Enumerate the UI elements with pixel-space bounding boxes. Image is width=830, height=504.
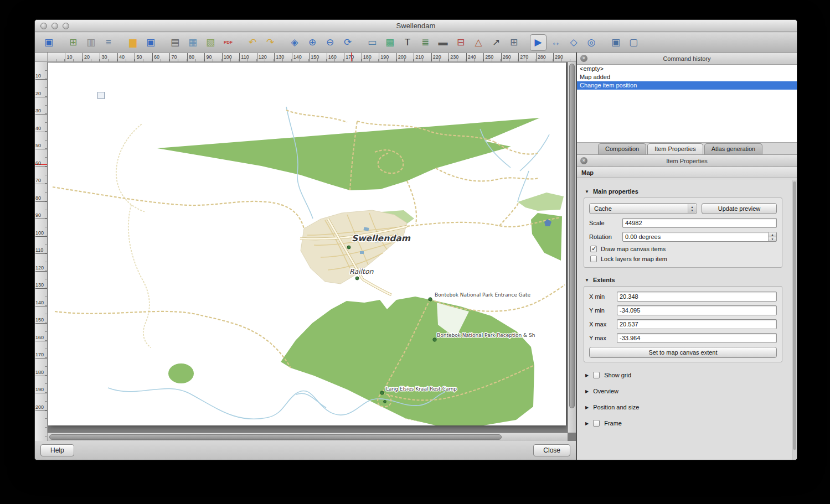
zoom-full-button[interactable]: ◈ <box>286 34 303 51</box>
chevron-right-icon[interactable]: ▶ <box>585 389 589 394</box>
section-frame[interactable]: ▶Frame <box>585 420 790 427</box>
add-attribute-table-button[interactable]: ⊞ <box>506 34 522 51</box>
chevron-right-icon[interactable]: ▶ <box>585 421 589 426</box>
load-from-template-button[interactable]: ▆ <box>125 34 141 51</box>
checkbox-label: Lock layers for map item <box>601 256 667 262</box>
duplicate-composition-button[interactable]: ▥ <box>83 34 99 51</box>
add-scalebar-button[interactable]: ▬ <box>435 34 451 51</box>
checkbox[interactable] <box>593 420 600 427</box>
export-as-pdf-button[interactable]: PDF <box>220 34 236 51</box>
save-as-template-button[interactable]: ▣ <box>142 34 159 51</box>
vertical-scrollbar[interactable] <box>568 62 576 433</box>
add-basic-shape-button[interactable]: △ <box>470 34 487 51</box>
composition-canvas[interactable]: Swellendam Railton Bontebok National Par… <box>48 62 576 441</box>
chevron-right-icon[interactable]: ▶ <box>585 405 589 410</box>
checkbox[interactable] <box>590 256 597 262</box>
new-composition-button[interactable]: ⊞ <box>65 34 81 51</box>
close-button[interactable]: Close <box>533 444 570 456</box>
redo-button[interactable]: ↷ <box>262 34 279 51</box>
scale-input[interactable] <box>622 218 777 228</box>
checkbox[interactable] <box>593 372 600 378</box>
spinner-arrows-icon[interactable]: ▲▼ <box>768 232 776 241</box>
section-overview[interactable]: ▶Overview <box>585 388 790 394</box>
edit-nodes-item-icon: ◇ <box>570 38 577 47</box>
history-item[interactable]: <empty> <box>577 65 797 73</box>
undo-button[interactable]: ↶ <box>244 34 261 51</box>
refresh-view-button[interactable]: ⟳ <box>339 34 356 51</box>
export-as-svg-button[interactable]: ▧ <box>202 34 219 51</box>
hruler-mark-80: 80 <box>187 53 194 61</box>
chevron-down-icon[interactable]: ▼ <box>585 189 589 194</box>
section-show-grid[interactable]: ▶Show grid <box>585 372 790 378</box>
save-as-template-icon: ▣ <box>146 38 155 47</box>
select-move-item-button[interactable]: ▶ <box>530 34 547 51</box>
rotation-spinner[interactable]: 0.00 degrees ▲▼ <box>622 232 777 242</box>
composition-manager-button[interactable]: ≡ <box>100 34 117 51</box>
edit-nodes-item-button[interactable]: ◇ <box>565 34 582 51</box>
extents-group-label[interactable]: ▼ Extents <box>585 277 790 283</box>
add-legend-button[interactable]: ≣ <box>417 34 434 51</box>
hruler-mark-230: 230 <box>448 53 458 61</box>
zoom-out-button[interactable]: ⊖ <box>322 34 338 51</box>
add-new-map-button[interactable]: ▭ <box>364 34 380 51</box>
extent-row: X min <box>589 292 777 302</box>
extent-input-x-min[interactable] <box>617 292 777 302</box>
close-window-button[interactable] <box>40 23 47 29</box>
panel-scrollbar[interactable] <box>792 180 797 460</box>
hruler-mark-150: 150 <box>309 53 319 61</box>
close-panel-icon[interactable]: × <box>580 55 587 62</box>
extent-input-x-max[interactable] <box>617 319 777 329</box>
tab-atlas-generation[interactable]: Atlas generation <box>704 143 763 154</box>
export-as-image-button[interactable]: ▦ <box>184 34 201 51</box>
collapsed-sections: ▶Show grid▶Overview▶Position and size▶Fr… <box>584 372 790 427</box>
right-panel: × Command history <empty>Map addedChange… <box>576 53 797 460</box>
export-as-pdf-icon: PDF <box>224 40 233 45</box>
section-position-and-size[interactable]: ▶Position and size <box>585 404 790 411</box>
add-image-button[interactable]: ▩ <box>382 34 398 51</box>
vruler-mark-120: 120 <box>35 264 47 272</box>
history-item[interactable]: Change item position <box>577 81 797 90</box>
titlebar[interactable]: Swellendam <box>35 20 797 32</box>
command-history-title: Command history <box>663 55 710 62</box>
zoom-in-button[interactable]: ⊕ <box>304 34 321 51</box>
map-item-preview[interactable]: Swellendam Railton Bontebok National Par… <box>48 63 566 425</box>
composition-paper[interactable]: Swellendam Railton Bontebok National Par… <box>48 63 566 425</box>
horizontal-scrollbar-thumb[interactable] <box>49 434 502 440</box>
footer-bar: Help Close <box>35 441 576 460</box>
group-items-button[interactable]: ▣ <box>607 34 624 51</box>
cache-dropdown[interactable]: Cache ▲▼ <box>589 203 697 214</box>
section-label: Overview <box>593 388 618 394</box>
main-properties-group-label[interactable]: ▼ Main properties <box>585 188 790 195</box>
town-area <box>300 210 407 295</box>
set-to-map-canvas-extent-button[interactable]: Set to map canvas extent <box>589 347 777 358</box>
horizontal-scrollbar[interactable] <box>48 433 568 441</box>
chevron-down-icon[interactable]: ▼ <box>585 278 589 283</box>
lock-items-button[interactable]: ▢ <box>625 34 642 51</box>
add-arrow-button[interactable]: ↗ <box>488 34 504 51</box>
add-label-button[interactable]: T <box>399 34 416 51</box>
update-preview-button[interactable]: Update preview <box>702 203 777 214</box>
close-properties-icon[interactable]: × <box>580 157 587 164</box>
tab-item-properties[interactable]: Item Properties <box>647 143 703 154</box>
move-item-content-button[interactable]: ↔ <box>548 34 564 51</box>
zoom-window-button[interactable] <box>63 23 69 29</box>
help-button[interactable]: Help <box>40 444 74 456</box>
panel-scrollbar-thumb[interactable] <box>793 181 796 450</box>
add-label-icon: T <box>405 38 410 47</box>
checkbox[interactable] <box>590 246 597 252</box>
composer-window: Swellendam ▣⊞▥≡▆▣▤▦▧PDF↶↷◈⊕⊖⟳▭▩T≣▬⊟△↗⊞▶↔… <box>34 19 797 460</box>
extent-input-y-min[interactable] <box>617 305 777 315</box>
save-project-button[interactable]: ▣ <box>40 34 57 51</box>
tab-composition[interactable]: Composition <box>598 143 646 154</box>
history-item[interactable]: Map added <box>577 73 797 81</box>
vertical-scrollbar-thumb[interactable] <box>569 64 575 408</box>
remove-item-button[interactable]: ⊟ <box>452 34 469 51</box>
vruler-mark-90: 90 <box>35 212 47 219</box>
print-button[interactable]: ▤ <box>167 34 183 51</box>
hruler-mark-100: 100 <box>222 53 232 61</box>
zoom-to-item-button[interactable]: ◎ <box>583 34 600 51</box>
minimize-window-button[interactable] <box>51 23 58 29</box>
selected-item-handle[interactable] <box>97 92 105 99</box>
chevron-right-icon[interactable]: ▶ <box>585 373 589 378</box>
extent-input-y-max[interactable] <box>617 333 777 343</box>
